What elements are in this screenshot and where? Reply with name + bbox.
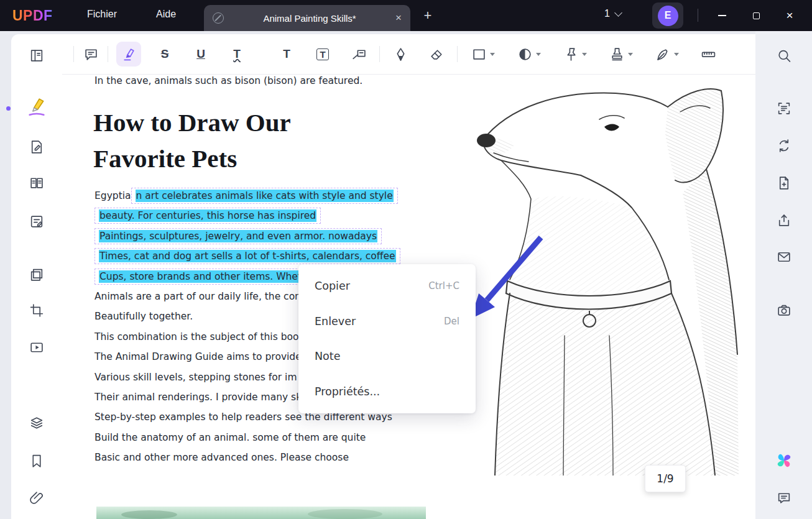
page-tools-button[interactable] bbox=[776, 175, 791, 193]
updf-ai-button[interactable] bbox=[775, 452, 793, 472]
menu-item-label: Propriétés... bbox=[315, 385, 380, 398]
crop-pages-button[interactable] bbox=[29, 303, 45, 321]
ocr-button[interactable] bbox=[776, 101, 791, 119]
highlighted-text[interactable]: Times, cat and dog art sells a lot of t-… bbox=[99, 250, 396, 262]
text-box-icon: T bbox=[316, 48, 328, 60]
markup-mode-button[interactable] bbox=[26, 96, 47, 120]
squiggly-underline-icon: T bbox=[233, 47, 241, 61]
pen-nib-icon bbox=[393, 47, 408, 62]
text-comment-tool-button[interactable]: T bbox=[269, 47, 305, 61]
maximize-button[interactable] bbox=[745, 6, 767, 25]
highlighted-text[interactable]: beauty. For centuries, this horse has in… bbox=[99, 209, 316, 222]
context-menu-item-copier[interactable]: Copier Ctrl+C bbox=[298, 269, 476, 303]
annotation-toolbar: S U T T T bbox=[62, 34, 755, 75]
text-box-tool-button[interactable]: T bbox=[305, 48, 341, 60]
doc-text-line: Cups, store brands and other items. Whet… bbox=[95, 271, 313, 282]
document-canvas[interactable]: In the cave, animals such as bison (biso… bbox=[62, 75, 755, 519]
crop-icon bbox=[29, 303, 45, 318]
new-tab-button[interactable]: + bbox=[420, 7, 435, 24]
updf-window: UPDF Fichier Aide Animal Painting Skills… bbox=[0, 0, 812, 519]
pushpin-icon bbox=[563, 47, 579, 62]
comments-panel-button[interactable] bbox=[776, 490, 791, 508]
doc-heading-line: How to Draw Our bbox=[93, 104, 291, 140]
tab-close-icon[interactable]: × bbox=[395, 12, 402, 24]
menu-fichier[interactable]: Fichier bbox=[87, 9, 117, 20]
stamp-tool-button[interactable] bbox=[598, 47, 644, 62]
callout-icon bbox=[351, 47, 367, 62]
doc-text-line: beauty. For centuries, this horse has in… bbox=[95, 210, 321, 221]
comment-tool-button[interactable] bbox=[76, 47, 105, 62]
ruler-icon bbox=[701, 47, 716, 62]
comment-list-icon bbox=[776, 490, 791, 506]
highlight-selection-box[interactable]: Cups, store brands and other items. Whet… bbox=[95, 269, 313, 285]
context-menu-item-enlever[interactable]: Enlever Del bbox=[298, 305, 476, 338]
text-callout-tool-button[interactable] bbox=[341, 47, 377, 62]
menu-item-label: Copier bbox=[315, 280, 350, 292]
email-button[interactable] bbox=[776, 249, 791, 267]
highlight-tool-button[interactable] bbox=[111, 42, 147, 67]
dropdown-caret-icon[interactable] bbox=[582, 53, 587, 56]
highlight-selection-box[interactable]: n art celebrates animals like cats with … bbox=[131, 188, 398, 204]
strikethrough-tool-button[interactable]: S bbox=[147, 47, 183, 61]
edit-mode-button[interactable] bbox=[29, 139, 45, 157]
doc-text-line: Build the anatomy of an animal. some of … bbox=[95, 432, 366, 443]
convert-button[interactable] bbox=[776, 138, 791, 156]
arrow-annotation[interactable] bbox=[463, 233, 550, 326]
bookmarks-button[interactable] bbox=[29, 453, 45, 471]
camera-icon bbox=[776, 303, 791, 318]
dropdown-caret-icon[interactable] bbox=[536, 53, 541, 56]
highlighted-text[interactable]: Paintings, sculptures, jewelry, and even… bbox=[99, 230, 377, 242]
dropdown-caret-icon[interactable] bbox=[674, 53, 679, 56]
pencil-tool-button[interactable] bbox=[382, 47, 418, 62]
highlight-selection-box[interactable]: Paintings, sculptures, jewelry, and even… bbox=[95, 228, 382, 244]
tab-count-dropdown[interactable]: 1 bbox=[604, 8, 621, 19]
doc-text-line: Their animal renderings. I provide many … bbox=[95, 392, 302, 403]
measure-tool-button[interactable] bbox=[690, 47, 726, 62]
slideshow-button[interactable] bbox=[29, 340, 45, 358]
rectangle-icon bbox=[471, 47, 487, 62]
doc-heading: How to Draw Our Favorite Pets bbox=[93, 104, 291, 177]
document-tab[interactable]: Animal Painting Skills* × bbox=[204, 5, 410, 31]
doc-text-line: Egyptian art celebrates animals like cat… bbox=[95, 190, 398, 201]
highlight-selection-box[interactable]: Times, cat and dog art sells a lot of t-… bbox=[95, 248, 400, 264]
doc-text: Egyptia bbox=[95, 190, 131, 201]
toolbar-divider bbox=[108, 46, 108, 62]
form-mode-button[interactable] bbox=[29, 214, 45, 232]
toolbar-divider bbox=[379, 46, 380, 62]
titlebar-divider bbox=[698, 9, 698, 22]
menu-aide[interactable]: Aide bbox=[156, 9, 176, 20]
search-button[interactable] bbox=[776, 48, 791, 66]
highlighter-icon bbox=[121, 47, 137, 62]
active-tool-indicator bbox=[6, 106, 11, 111]
reader-view-button[interactable] bbox=[29, 48, 45, 66]
rectangle-shape-tool-button[interactable] bbox=[460, 47, 506, 62]
chevron-down-icon bbox=[614, 9, 622, 17]
ellipse-shape-tool-button[interactable] bbox=[506, 47, 552, 62]
account-button[interactable]: E bbox=[652, 2, 683, 29]
highlighted-text[interactable]: n art celebrates animals like cats with … bbox=[136, 190, 394, 202]
context-menu-item-note[interactable]: Note bbox=[298, 339, 476, 373]
dropdown-caret-icon[interactable] bbox=[628, 53, 633, 56]
close-window-button[interactable]: × bbox=[779, 6, 800, 25]
pin-tool-button[interactable] bbox=[552, 47, 598, 62]
underline-tool-button[interactable]: U bbox=[183, 47, 219, 61]
highlight-selection-box[interactable]: beauty. For centuries, this horse has in… bbox=[95, 208, 321, 224]
context-menu-item-proprietes[interactable]: Propriétés... bbox=[298, 375, 476, 408]
signature-pen-icon bbox=[655, 47, 671, 62]
squiggly-tool-button[interactable]: T bbox=[219, 47, 255, 61]
share-button[interactable] bbox=[776, 213, 791, 231]
snapshot-button[interactable] bbox=[776, 303, 791, 321]
doc-text-line: In the cave, animals such as bison (biso… bbox=[95, 75, 362, 86]
highlighter-marker-icon bbox=[26, 96, 47, 117]
dropdown-caret-icon[interactable] bbox=[490, 53, 495, 56]
minimize-button[interactable] bbox=[711, 6, 732, 25]
highlighted-text[interactable]: Cups, store brands and other items. Whet… bbox=[99, 270, 308, 283]
page-layout-button[interactable] bbox=[29, 175, 45, 193]
layers-button[interactable] bbox=[29, 415, 45, 433]
toolbar-divider bbox=[457, 46, 458, 62]
organize-pages-button[interactable] bbox=[29, 267, 45, 285]
eraser-tool-button[interactable] bbox=[418, 47, 454, 62]
signature-tool-button[interactable] bbox=[644, 47, 690, 62]
attachments-button[interactable] bbox=[29, 490, 45, 508]
doc-text-line: Various skill levels, stepping stones fo… bbox=[95, 372, 297, 383]
